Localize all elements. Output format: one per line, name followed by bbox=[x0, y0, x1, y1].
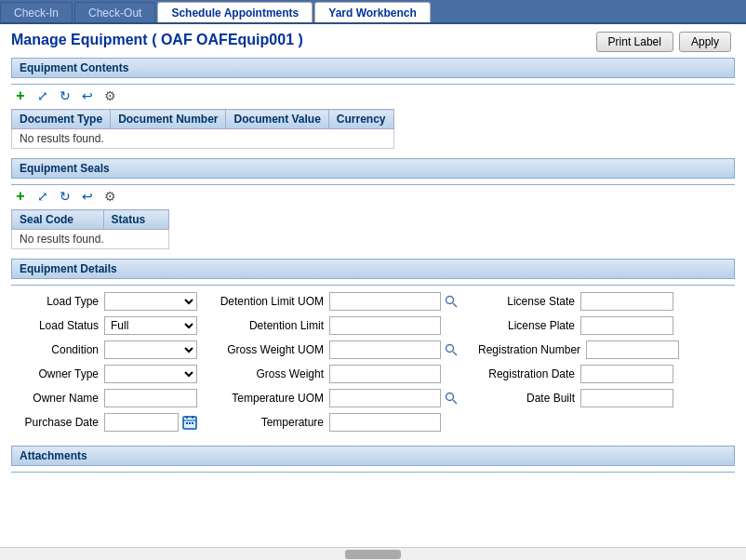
registration-number-row: Registration Number bbox=[478, 340, 679, 360]
seals-gear-icon[interactable]: ⚙ bbox=[100, 187, 119, 206]
col-currency: Currency bbox=[328, 110, 393, 129]
purchase-date-row: Purchase Date bbox=[20, 412, 199, 433]
temperature-row: Temperature bbox=[218, 412, 460, 433]
owner-type-label: Owner Type bbox=[20, 367, 104, 380]
contents-undo-icon[interactable]: ↩ bbox=[78, 87, 97, 105]
seals-toolbar: + ⤢ ↻ ↩ ⚙ bbox=[11, 187, 735, 206]
detention-limit-input[interactable] bbox=[329, 316, 441, 335]
seals-refresh-icon[interactable]: ↻ bbox=[56, 187, 74, 206]
temperature-uom-label: Temperature UOM bbox=[218, 392, 329, 405]
contents-no-results-row: No results found. bbox=[12, 129, 394, 149]
purchase-date-label: Purchase Date bbox=[20, 416, 104, 429]
temperature-input[interactable] bbox=[329, 413, 441, 432]
registration-number-label: Registration Number bbox=[478, 343, 586, 356]
seals-undo-icon[interactable]: ↩ bbox=[78, 187, 97, 206]
license-plate-label: License Plate bbox=[478, 319, 580, 332]
license-plate-row: License Plate bbox=[478, 315, 679, 336]
contents-table: Document Type Document Number Document V… bbox=[11, 109, 394, 149]
col-document-value: Document Value bbox=[226, 110, 328, 129]
gross-weight-uom-input[interactable] bbox=[329, 340, 441, 359]
temperature-uom-row: Temperature UOM bbox=[218, 388, 460, 408]
top-actions: Print Label Apply bbox=[596, 32, 731, 52]
license-plate-input[interactable] bbox=[580, 316, 673, 335]
seals-expand-icon[interactable]: ⤢ bbox=[33, 187, 52, 206]
col-document-type: Document Type bbox=[12, 110, 111, 129]
purchase-date-input[interactable] bbox=[104, 413, 179, 432]
date-built-input[interactable] bbox=[580, 389, 673, 407]
contents-refresh-icon[interactable]: ↻ bbox=[56, 87, 74, 105]
contents-divider bbox=[11, 84, 735, 85]
svg-rect-5 bbox=[189, 422, 191, 424]
detention-limit-label: Detention Limit bbox=[218, 319, 329, 332]
tab-yard-workbench[interactable]: Yard Workbench bbox=[314, 2, 430, 22]
license-state-label: License State bbox=[478, 295, 580, 308]
owner-name-row: Owner Name bbox=[20, 388, 199, 408]
seals-add-icon[interactable]: + bbox=[11, 187, 30, 206]
detention-limit-uom-search-icon[interactable] bbox=[443, 293, 460, 310]
gross-weight-row: Gross Weight bbox=[218, 364, 460, 384]
contents-expand-icon[interactable]: ⤢ bbox=[33, 87, 52, 105]
col-seal-code: Seal Code bbox=[12, 210, 104, 230]
details-right-col: License State License Plate Registration… bbox=[478, 291, 679, 433]
tab-schedule-appointments[interactable]: Schedule Appointments bbox=[157, 2, 313, 22]
gross-weight-input[interactable] bbox=[329, 365, 441, 383]
license-state-input[interactable] bbox=[580, 292, 673, 311]
load-status-label: Load Status bbox=[20, 319, 104, 332]
license-state-row: License State bbox=[478, 291, 679, 312]
condition-row: Condition bbox=[20, 340, 199, 360]
temperature-uom-search-icon[interactable] bbox=[443, 390, 460, 407]
detention-limit-row: Detention Limit bbox=[218, 315, 460, 336]
registration-date-row: Registration Date bbox=[478, 364, 679, 384]
gross-weight-uom-search-icon[interactable] bbox=[443, 341, 460, 358]
registration-date-label: Registration Date bbox=[478, 367, 580, 380]
load-status-select[interactable]: Full bbox=[104, 316, 197, 335]
temperature-uom-input[interactable] bbox=[329, 389, 441, 407]
date-built-label: Date Built bbox=[478, 392, 580, 405]
detention-limit-uom-input[interactable] bbox=[329, 292, 441, 311]
detention-limit-uom-row: Detention Limit UOM bbox=[218, 291, 460, 312]
attachments-divider bbox=[11, 472, 735, 473]
purchase-date-calendar-icon[interactable] bbox=[180, 414, 199, 431]
svg-line-8 bbox=[453, 303, 457, 307]
registration-number-input[interactable] bbox=[586, 340, 679, 359]
apply-button[interactable]: Apply bbox=[679, 32, 731, 52]
equipment-details-header: Equipment Details bbox=[11, 259, 735, 279]
owner-type-select[interactable] bbox=[104, 365, 197, 383]
svg-line-12 bbox=[453, 400, 457, 404]
load-type-select[interactable] bbox=[104, 292, 197, 311]
horizontal-scrollbar[interactable] bbox=[0, 547, 746, 560]
owner-type-row: Owner Type bbox=[20, 364, 199, 384]
gross-weight-label: Gross Weight bbox=[218, 367, 329, 380]
equipment-seals-header: Equipment Seals bbox=[11, 158, 735, 179]
print-label-button[interactable]: Print Label bbox=[596, 32, 673, 52]
details-left-col: Load Type Load Status Full Condition Own… bbox=[20, 291, 199, 433]
seals-no-results-row: No results found. bbox=[12, 230, 169, 249]
owner-name-label: Owner Name bbox=[20, 392, 104, 405]
condition-select[interactable] bbox=[104, 340, 197, 359]
svg-point-11 bbox=[446, 393, 454, 401]
detention-limit-uom-label: Detention Limit UOM bbox=[218, 295, 329, 308]
registration-date-input[interactable] bbox=[580, 365, 673, 383]
contents-add-icon[interactable]: + bbox=[11, 87, 30, 105]
temperature-label: Temperature bbox=[218, 416, 329, 429]
details-divider bbox=[11, 285, 735, 286]
svg-rect-6 bbox=[192, 422, 193, 424]
tab-check-in[interactable]: Check-In bbox=[0, 2, 73, 22]
load-type-label: Load Type bbox=[20, 295, 104, 308]
load-status-row: Load Status Full bbox=[20, 315, 199, 336]
owner-name-input[interactable] bbox=[104, 389, 197, 407]
seals-divider bbox=[11, 184, 735, 185]
svg-line-10 bbox=[453, 352, 457, 355]
page-content: Manage Equipment ( OAF OAFEquip001 ) Pri… bbox=[0, 24, 746, 560]
contents-gear-icon[interactable]: ⚙ bbox=[100, 87, 119, 105]
svg-point-7 bbox=[446, 297, 454, 304]
seals-table: Seal Code Status No results found. bbox=[11, 209, 169, 249]
tab-bar: Check-In Check-Out Schedule Appointments… bbox=[0, 0, 746, 24]
scroll-thumb bbox=[345, 550, 401, 559]
tab-check-out[interactable]: Check-Out bbox=[74, 2, 155, 22]
contents-toolbar: + ⤢ ↻ ↩ ⚙ bbox=[11, 87, 735, 105]
svg-point-9 bbox=[446, 345, 454, 353]
details-mid-col: Detention Limit UOM Detention Limit Gros… bbox=[218, 291, 460, 433]
equipment-contents-header: Equipment Contents bbox=[11, 58, 735, 78]
condition-label: Condition bbox=[20, 343, 104, 356]
